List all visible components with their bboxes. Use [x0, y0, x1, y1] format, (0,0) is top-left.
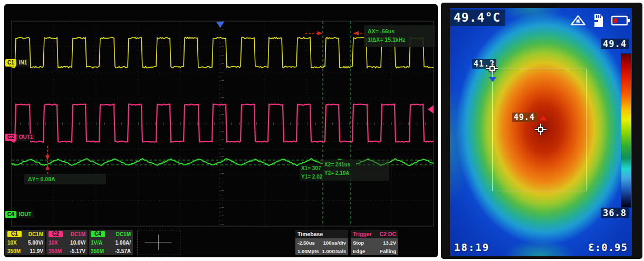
c1-bandwidth: 350M [7, 248, 21, 254]
trigger-level: 13.2V [383, 240, 396, 246]
trigger-position-marker-icon [216, 22, 224, 28]
hot-spot-crosshair-icon [534, 123, 547, 136]
c1-trace-name: IN1 [17, 59, 30, 67]
timebase-scale: 100us/div [323, 240, 346, 246]
dx-value: ΔX= -66us [368, 27, 435, 35]
c4-attenuation: 1V/A [91, 240, 102, 246]
c1-status-badge: C1 [7, 231, 22, 237]
scale-max-label: 49.4 [601, 39, 629, 49]
c2-coupling: DC1M [71, 231, 85, 237]
channel-status-c1[interactable]: C1DC1M 10X5.00V/ 350M11.9V [5, 230, 45, 255]
scale-min-label: 36.8 [601, 208, 629, 218]
dx-arrow-right-icon [318, 31, 322, 35]
c1-attenuation: 10X [7, 240, 17, 246]
add-channel-slot[interactable] [137, 230, 180, 255]
c4-offset: -3.57A [115, 248, 131, 254]
battery-low-icon [611, 15, 630, 26]
c4-coupling: DC1M [116, 231, 131, 237]
trigger-slope: Falling [380, 248, 396, 254]
temperature-colorbar [621, 53, 631, 208]
c2-attenuation: 10X [49, 240, 58, 246]
cold-spot-triangle-icon [489, 77, 496, 82]
cursor-dx-readout: ΔX= -66us 1/ΔX= 15.1kHz [364, 25, 435, 47]
timebase-points: 1.00Mpts [297, 248, 319, 254]
c1-scale: 5.00V/ [28, 240, 43, 246]
c4-badge: C4 [5, 211, 16, 218]
c2-badge: C2 [5, 134, 16, 141]
screenshot-root: C1 IN1 C2 OUT1 C4 IOUT ΔX= -66us 1/ΔX= 1… [0, 0, 644, 261]
x1-value: X1= 307 [301, 164, 325, 173]
dy-arrow-down-icon [45, 155, 50, 160]
trigger-type: Edge [353, 248, 365, 254]
scope-status-bar: C1DC1M 10X5.00V/ 350M11.9V C2DC1M 10X10.… [4, 230, 438, 257]
hot-spot-marker-label: 49.4 [512, 113, 536, 122]
channel-tag-c1[interactable]: C1 IN1 [5, 59, 29, 67]
timebase-delay: -2.50us [297, 240, 315, 246]
c4-status-badge: C4 [91, 231, 105, 237]
c2-bandwidth: 350M [49, 248, 62, 254]
cursor-x1y1-readout: X1= 307 Y1= 2.02 [300, 164, 325, 181]
trigger-title: Trigger [353, 231, 372, 237]
channel-status-c4[interactable]: C4DC1M 1V/A1.00A/ 350M-3.57A [89, 230, 133, 255]
y2-value: Y2= 2.10A [324, 169, 356, 178]
y1-value: Y1= 2.02 [301, 173, 325, 181]
timebase-title: Timebase [297, 231, 323, 237]
c1-offset: 11.9V [30, 248, 43, 254]
hot-spot-triangle-icon [540, 115, 547, 120]
c4-scale: 1.00A/ [116, 240, 131, 246]
status-icon-row [570, 14, 630, 27]
trigger-level-marker-icon [428, 105, 434, 114]
c4-bandwidth: 350M [91, 248, 104, 254]
channel-status-c2[interactable]: C2DC1M 10X10.0V/ 350M-5.17V [46, 230, 88, 255]
dy-value: ΔY= 0.08A [28, 176, 55, 182]
inv-dx-value: 1/ΔX= 15.1kHz [368, 35, 435, 44]
cursor-dy-readout: ΔY= 0.08A [24, 174, 106, 184]
channel-tag-c2[interactable]: C2 OUT1 [5, 134, 35, 141]
plus-icon [158, 235, 159, 250]
thermal-image: 49.4°C [450, 8, 632, 256]
c1-badge: C1 [5, 59, 16, 67]
trigger-source: C2 DC [379, 231, 396, 237]
oscilloscope-screen: C1 IN1 C2 OUT1 C4 IOUT ΔX= -66us 1/ΔX= 1… [4, 4, 438, 257]
thermal-camera-screen: 49.4°C [441, 3, 642, 259]
sd-card-icon [593, 14, 604, 27]
corner-crosshair-icon [485, 62, 499, 76]
c2-scale: 10.0V/ [70, 240, 85, 246]
timebase-status[interactable]: Timebase -2.50us100us/div 1.00Mpts1.00GS… [295, 230, 348, 255]
dy-arrow-up-icon [45, 165, 50, 170]
max-temp-readout: 49.4°C [450, 10, 505, 26]
trigger-state: Stop [353, 240, 364, 246]
trigger-status[interactable]: TriggerC2 DC Stop13.2V EdgeFalling [351, 230, 398, 255]
laser-warning-icon [570, 14, 586, 27]
c1-coupling: DC1M [28, 231, 43, 237]
cursor-x2y2-readout: X2= 241us Y2= 2.10A [323, 160, 356, 180]
c2-offset: -5.17V [70, 248, 85, 254]
c2-status-badge: C2 [49, 231, 63, 237]
c4-trace-name: IOUT [17, 211, 34, 218]
dx-arrow-left-icon [353, 31, 359, 35]
clock-readout: 18:19 [454, 241, 489, 253]
c2-trace-name: OUT1 [17, 134, 35, 141]
x2-value: X2= 241us [324, 161, 356, 169]
emissivity-readout: Ɛ:0.95 [588, 241, 628, 253]
channel-tag-c4[interactable]: C4 IOUT [5, 211, 34, 218]
timebase-samplerate: 1.00GSa/s [322, 248, 346, 254]
